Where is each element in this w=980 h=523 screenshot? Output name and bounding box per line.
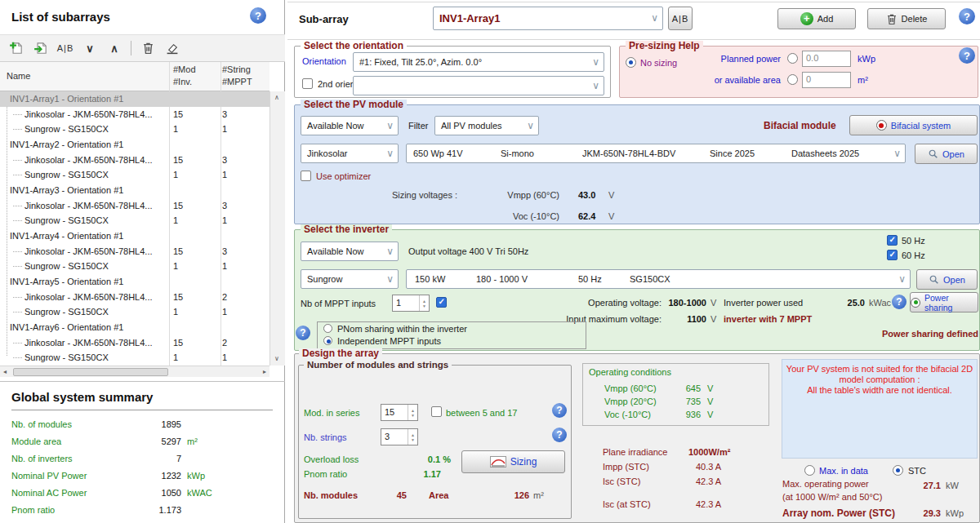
- available-area-input[interactable]: 0: [802, 72, 851, 88]
- pv-filter-select[interactable]: All PV modules ∨: [434, 116, 539, 135]
- subarray-select[interactable]: INV1-Array1 ∨: [433, 7, 663, 30]
- scroll-right-icon[interactable]: ▸: [263, 369, 266, 375]
- tree-item[interactable]: Jinkosolar - JKM-650N-78HL4...153: [0, 153, 270, 168]
- scroll-down-icon[interactable]: ∨: [274, 356, 279, 362]
- stepper-arrows-icon[interactable]: ▲▼: [419, 295, 429, 311]
- stepper-arrows-icon[interactable]: ▲▼: [408, 429, 417, 445]
- inverter-model-power: 150 kW: [415, 270, 445, 288]
- move-down-icon[interactable]: ∨: [82, 40, 98, 56]
- pv-model-select[interactable]: 650 Wp 41V Si-mono JKM-650N-78HL4-BDV Si…: [406, 144, 906, 163]
- area-value: 126: [498, 490, 529, 500]
- tree-item-label: Sungrow - SG150CX: [0, 259, 167, 274]
- inverter-model-name: SG150CX: [630, 270, 670, 288]
- tree-item[interactable]: Jinkosolar - JKM-650N-78HL4...152: [0, 335, 270, 351]
- pv-availability-select[interactable]: Available Now ∨: [301, 116, 399, 135]
- tree-item[interactable]: INV1-Array6 - Orientation #1: [0, 320, 270, 335]
- scroll-left-icon[interactable]: ◂: [3, 369, 7, 375]
- pv-open-button[interactable]: Open: [915, 144, 978, 164]
- inverter-open-button[interactable]: Open: [916, 269, 978, 290]
- pnom-sharing-radio[interactable]: [323, 324, 332, 333]
- freq-50hz-checkbox[interactable]: [887, 235, 898, 246]
- inverter-manufacturer-select[interactable]: Sungrow ∨: [301, 269, 399, 289]
- tree-item[interactable]: Sungrow - SG150CX11: [0, 167, 270, 183]
- add-subarray-button[interactable]: + Add: [777, 8, 856, 29]
- pnom-sharing-label: PNom sharing within the inverter: [337, 324, 467, 334]
- stc-radio[interactable]: [893, 465, 903, 476]
- tree-item[interactable]: Sungrow - SG150CX11: [0, 259, 270, 274]
- pv-open-label: Open: [942, 149, 964, 159]
- tree-item[interactable]: Sungrow - SG150CX11: [0, 213, 270, 228]
- second-orientation-checkbox[interactable]: [302, 78, 313, 89]
- vmpp60-unit: V: [707, 383, 713, 393]
- available-area-radio[interactable]: [787, 74, 798, 85]
- help-icon[interactable]: ?: [552, 428, 567, 442]
- scrollbar-thumb[interactable]: [13, 368, 168, 376]
- between-range-checkbox[interactable]: [431, 406, 442, 417]
- planned-power-label: Planned power: [702, 54, 781, 64]
- no-sizing-radio[interactable]: [626, 57, 636, 68]
- tree-item[interactable]: Jinkosolar - JKM-650N-78HL4...153: [0, 107, 270, 122]
- delete-subarray-icon[interactable]: [140, 40, 156, 56]
- global-system-summary: Nb. of modules1895Module area5297m²Nb. o…: [11, 416, 281, 519]
- use-optimizer-checkbox[interactable]: [301, 171, 311, 181]
- help-icon[interactable]: ?: [892, 295, 906, 309]
- tree-item-label: Sungrow - SG150CX: [0, 167, 167, 183]
- move-up-icon[interactable]: ∧: [106, 40, 122, 56]
- sizing-voltages-label: Sizing voltages :: [359, 190, 457, 200]
- summary-row-value: 1050: [126, 485, 181, 502]
- second-orientation-select[interactable]: ∨: [353, 76, 604, 95]
- delete-subarray-button[interactable]: Delete: [867, 8, 946, 29]
- tree-item-label: Sungrow - SG150CX: [0, 350, 167, 366]
- rename-subarray-button[interactable]: A|B: [668, 7, 693, 30]
- inverter-model-select[interactable]: 150 kW 180 - 1000 V 50 Hz SG150CX ∨: [406, 269, 911, 289]
- tree-item[interactable]: Jinkosolar - JKM-650N-78HL4...153: [0, 244, 270, 259]
- tree-item[interactable]: INV1-Array5 - Orientation #1: [0, 274, 270, 290]
- tree-item-mod-count: 15: [173, 153, 183, 168]
- inverter-power-used-label: Inverter power used: [724, 298, 803, 308]
- max-in-data-radio[interactable]: [804, 465, 815, 476]
- tree-item[interactable]: Jinkosolar - JKM-650N-78HL4...153: [0, 198, 270, 214]
- tree-item-string-count: 1: [222, 304, 227, 320]
- tree-item[interactable]: INV1-Array2 - Orientation #1: [0, 137, 270, 153]
- nb-strings-stepper[interactable]: 3 ▲▼: [381, 428, 418, 445]
- tree-item[interactable]: INV1-Array1 - Orientation #1: [0, 91, 270, 107]
- pv-manufacturer-select[interactable]: Jinkosolar ∨: [301, 144, 399, 163]
- mod-in-series-stepper[interactable]: 15 ▲▼: [381, 404, 418, 421]
- tree-item[interactable]: Jinkosolar - JKM-650N-78HL4...152: [0, 290, 270, 305]
- power-sharing-button[interactable]: Power sharing: [910, 292, 978, 312]
- tree-item[interactable]: INV1-Array4 - Orientation #1: [0, 228, 270, 244]
- clear-icon[interactable]: [164, 40, 180, 56]
- help-icon[interactable]: ?: [552, 403, 567, 418]
- rename-icon[interactable]: A|B: [57, 40, 74, 56]
- tree-item[interactable]: Sungrow - SG150CX11: [0, 350, 270, 366]
- freq-60hz-checkbox[interactable]: [887, 250, 898, 260]
- bifacial-system-label: Bifacial system: [891, 121, 951, 131]
- array-nom-power-label: Array nom. Power (STC): [782, 507, 895, 519]
- sizing-button[interactable]: Sizing: [461, 450, 565, 473]
- tree-item[interactable]: Sungrow - SG150CX11: [0, 122, 270, 137]
- inverter-availability-select[interactable]: Available Now ∨: [301, 242, 399, 261]
- voc10-label: Voc (-10°C): [604, 410, 651, 419]
- tree-item[interactable]: Sungrow - SG150CX11: [0, 304, 270, 320]
- planned-power-radio[interactable]: [787, 53, 798, 64]
- vmpp-unit: V: [608, 190, 614, 200]
- tree-vertical-scrollbar[interactable]: ∧ ∨: [270, 91, 285, 366]
- independent-mppt-radio[interactable]: [323, 336, 332, 345]
- help-icon[interactable]: ?: [250, 7, 266, 24]
- tree-horizontal-scrollbar[interactable]: ◂ ▸: [0, 366, 270, 377]
- mppt-auto-checkbox[interactable]: [436, 297, 447, 308]
- summary-row-value: 5297: [126, 433, 181, 450]
- help-icon[interactable]: ?: [959, 8, 975, 24]
- duplicate-subarray-icon[interactable]: [33, 40, 49, 56]
- tree-item-string-count: 1: [222, 213, 227, 228]
- scroll-up-icon[interactable]: ∧: [274, 95, 279, 101]
- help-icon[interactable]: ?: [296, 326, 310, 340]
- add-subarray-icon[interactable]: [8, 40, 24, 56]
- mppt-inputs-stepper[interactable]: 1 ▲▼: [392, 295, 430, 312]
- stepper-arrows-icon[interactable]: ▲▼: [408, 405, 417, 420]
- orientation-select[interactable]: #1: Fixed, Tilt 25.0°, Azim. 0.0° ∨: [353, 52, 604, 72]
- tree-item[interactable]: INV1-Array3 - Orientation #1: [0, 183, 270, 198]
- planned-power-input[interactable]: 0.0: [802, 51, 851, 67]
- bifacial-system-button[interactable]: Bifacial system: [849, 115, 978, 135]
- help-icon[interactable]: ?: [959, 47, 975, 64]
